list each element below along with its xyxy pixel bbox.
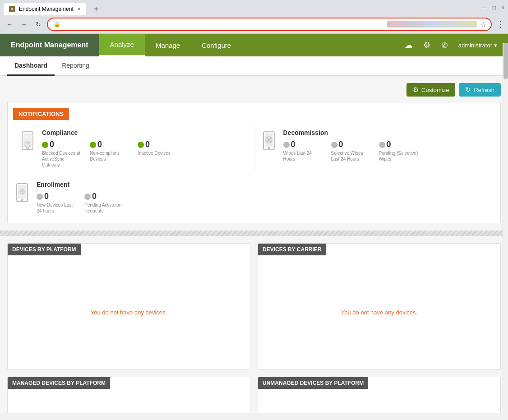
enrollment-content: Enrollment 0 New Devices Last 24 hours (37, 181, 490, 214)
address-input[interactable] (64, 21, 384, 28)
chart-devices-by-platform: DEVICES BY PLATFORM You do not have any … (7, 243, 250, 369)
compliance-icon (18, 129, 37, 168)
tab-favicon: X (9, 6, 15, 12)
chart-devices-by-carrier: DEVICES BY CARRIER You do not have any d… (258, 243, 501, 369)
pending-activation-count: 0 (92, 192, 97, 201)
browser-tab[interactable]: X Endpoint Management × (4, 3, 86, 15)
window-maximize-button[interactable]: □ (493, 5, 496, 11)
chart-header-platform: DEVICES BY PLATFORM (8, 244, 81, 255)
wipes-label: Wipes Last 24 Hours (283, 150, 324, 162)
blocked-count: 0 (50, 140, 54, 149)
cloud-icon: ☁ (405, 40, 413, 50)
settings-icon-button[interactable]: ⚙ (419, 37, 435, 53)
browser-titlebar: X Endpoint Management × + — □ × (0, 0, 508, 15)
phone-icon-button[interactable]: ✆ (437, 37, 453, 53)
gear-icon: ⚙ (423, 40, 430, 50)
svg-point-8 (268, 147, 270, 149)
new-devices-value: 0 (37, 192, 77, 201)
decommission-icon (260, 129, 278, 168)
tab-reporting[interactable]: Reporting (55, 56, 97, 76)
chart-body-platform: You do not have any devices. (8, 255, 250, 369)
content-toolbar: ⚙ Customize ↻ Refresh (7, 83, 501, 97)
metric-pending-wipes: 0 Pending (Selective) Wipes (379, 140, 420, 162)
refresh-icon: ↻ (465, 86, 471, 94)
chart-body-managed (8, 389, 250, 413)
refresh-label: Refresh (474, 87, 494, 93)
notifications-section: NOTIFICATIONS (7, 102, 501, 223)
pending-wipes-dot (379, 142, 385, 148)
nav-item-analyze[interactable]: Analyze (99, 34, 145, 56)
window-close-button[interactable]: × (501, 5, 504, 11)
pending-activation-label: Pending Activation Requests (84, 202, 125, 214)
username-label: administrator (458, 42, 492, 49)
inactive-label: Inactive Devices (138, 150, 171, 156)
compliance-title: Compliance (42, 129, 249, 136)
chart-body-carrier: You do not have any devices. (258, 255, 500, 369)
user-menu[interactable]: administrator ▾ (455, 42, 501, 49)
address-bar[interactable]: 🔒 ☆ (47, 18, 492, 31)
pending-wipes-count: 0 (387, 140, 391, 149)
inactive-dot (138, 142, 144, 148)
url-display (387, 21, 477, 28)
new-tab-button[interactable]: + (90, 3, 102, 15)
enrollment-metrics: 0 New Devices Last 24 hours 0 Pe (37, 192, 490, 214)
blocked-label: Blocked Devices at ActiveSync Gateway (42, 150, 83, 168)
metric-selective-wipes: 0 Selective Wipes Last 24 Hours (331, 140, 372, 162)
customize-icon: ⚙ (413, 86, 419, 94)
tab-close-button[interactable]: × (77, 5, 81, 13)
cloud-icon-button[interactable]: ☁ (401, 37, 417, 53)
compliance-group: Compliance 0 Blocked Devices at ActiveSy… (13, 125, 254, 171)
enrollment-group: Enrollment 0 New Devices Last 24 hours (13, 177, 495, 217)
chart-header-carrier: DEVICES BY CARRIER (258, 244, 326, 255)
decommission-title: Decommission (283, 129, 490, 136)
pending-activation-value: 0 (84, 192, 125, 201)
bookmark-icon[interactable]: ☆ (480, 20, 486, 29)
enrollment-icon (13, 181, 31, 214)
notifications-body: Compliance 0 Blocked Devices at ActiveSy… (8, 120, 500, 177)
metric-wipes: 0 Wipes Last 24 Hours (283, 140, 324, 162)
nav-item-configure[interactable]: Configure (191, 34, 242, 56)
chart-header-unmanaged: UNMANAGED DEVICES BY PLATFORM (258, 377, 368, 389)
customize-label: Customize (421, 87, 449, 93)
customize-button[interactable]: ⚙ Customize (406, 83, 455, 97)
metric-pending-activation: 0 Pending Activation Requests (84, 192, 125, 214)
enrollment-title: Enrollment (37, 181, 490, 188)
tab-dashboard[interactable]: Dashboard (7, 56, 55, 76)
forward-button[interactable]: → (18, 18, 30, 30)
chart-empty-msg-carrier: You do not have any devices. (341, 309, 417, 316)
refresh-button[interactable]: ↻ Refresh (459, 83, 501, 97)
wipes-dot (283, 142, 290, 148)
top-nav: Endpoint Management Analyze Manage Confi… (0, 34, 508, 56)
pending-activation-dot (84, 194, 91, 200)
pending-wipes-value: 0 (379, 140, 420, 149)
selective-wipes-dot (331, 142, 337, 148)
chart-empty-msg-platform: You do not have any devices. (91, 309, 167, 316)
selective-wipes-label: Selective Wipes Last 24 Hours (331, 150, 372, 162)
chart-header-managed: MANAGED DEVICES BY PLATFORM (8, 377, 110, 389)
chart-body-unmanaged (258, 389, 500, 413)
browser-toolbar: ← → ↻ 🔒 ☆ ⋮ (0, 15, 508, 33)
inactive-count: 0 (145, 140, 150, 149)
blocked-dot (42, 142, 48, 148)
nav-icons: ☁ ⚙ ✆ administrator ▾ (401, 34, 508, 56)
selective-wipes-value: 0 (331, 140, 372, 149)
nav-item-manage[interactable]: Manage (145, 34, 191, 56)
noncompliant-dot (90, 142, 96, 148)
noncompliant-count: 0 (97, 140, 102, 149)
inactive-value: 0 (138, 140, 171, 149)
wipes-value: 0 (283, 140, 324, 149)
reload-button[interactable]: ↻ (32, 18, 44, 30)
user-dropdown-icon: ▾ (494, 42, 497, 49)
window-controls: — □ × (482, 5, 504, 14)
browser-menu-button[interactable]: ⋮ (496, 19, 504, 29)
notifications-header: NOTIFICATIONS (13, 108, 69, 120)
lock-icon: 🔒 (52, 20, 61, 29)
decommission-metrics: 0 Wipes Last 24 Hours 0 Selectiv (283, 140, 490, 162)
back-button[interactable]: ← (4, 18, 15, 30)
window-minimize-button[interactable]: — (482, 5, 487, 11)
main-content: ⚙ Customize ↻ Refresh NOTIFICATIONS (0, 76, 508, 413)
new-devices-label: New Devices Last 24 hours (37, 202, 77, 214)
tab-title: Endpoint Management (19, 6, 74, 12)
scrollbar[interactable] (503, 43, 508, 413)
scrollbar-thumb[interactable] (503, 43, 508, 79)
